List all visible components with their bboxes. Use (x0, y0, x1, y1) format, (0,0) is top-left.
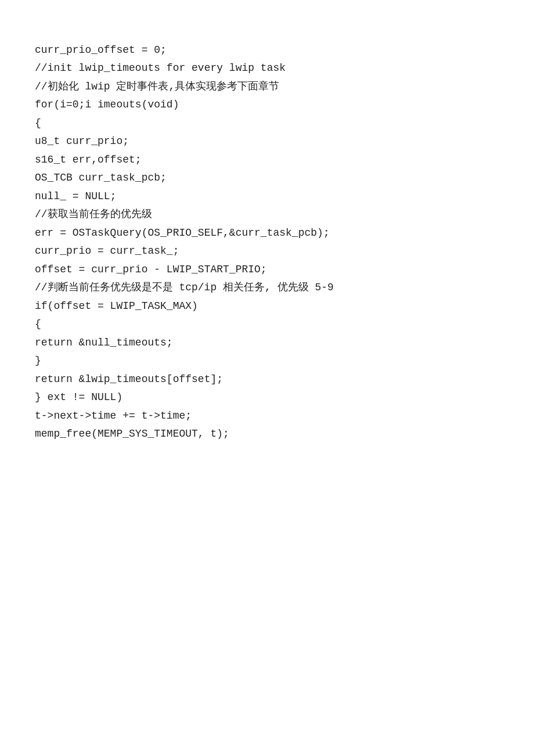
code-line: s16_t err,offset; (35, 151, 499, 170)
code-line: curr_prio = curr_task_; (35, 242, 499, 261)
code-line: return &null_timeouts; (35, 334, 499, 352)
code-line: memp_free(MEMP_SYS_TIMEOUT, t); (35, 425, 499, 444)
code-line: { (35, 315, 499, 334)
code-line: //判断当前任务优先级是不是 tcp/ip 相关任务, 优先级 5-9 (35, 279, 499, 297)
code-line: u8_t curr_prio; (35, 132, 499, 151)
code-line: //初始化 lwip 定时事件表,具体实现参考下面章节 (35, 78, 499, 96)
code-line: offset = curr_prio - LWIP_START_PRIO; (35, 261, 499, 279)
code-line: null_ = NULL; (35, 188, 499, 206)
code-line: //init lwip_timeouts for every lwip task (35, 59, 499, 78)
code-line: t->next->time += t->time; (35, 407, 499, 426)
code-line: OS_TCB curr_task_pcb; (35, 169, 499, 188)
code-line: //获取当前任务的优先级 (35, 206, 499, 224)
code-line: for(i=0;i imeouts(void) (35, 96, 499, 114)
code-line: return &lwip_timeouts[offset]; (35, 370, 499, 389)
code-line: } (35, 352, 499, 370)
code-line: err = OSTaskQuery(OS_PRIO_SELF,&curr_tas… (35, 224, 499, 243)
code-line: if(offset = LWIP_TASK_MAX) (35, 297, 499, 316)
code-line: } ext != NULL) (35, 388, 499, 407)
code-line: curr_prio_offset = 0; (35, 41, 499, 60)
code-container: curr_prio_offset = 0;//init lwip_timeout… (35, 23, 499, 444)
code-line: { (35, 114, 499, 133)
